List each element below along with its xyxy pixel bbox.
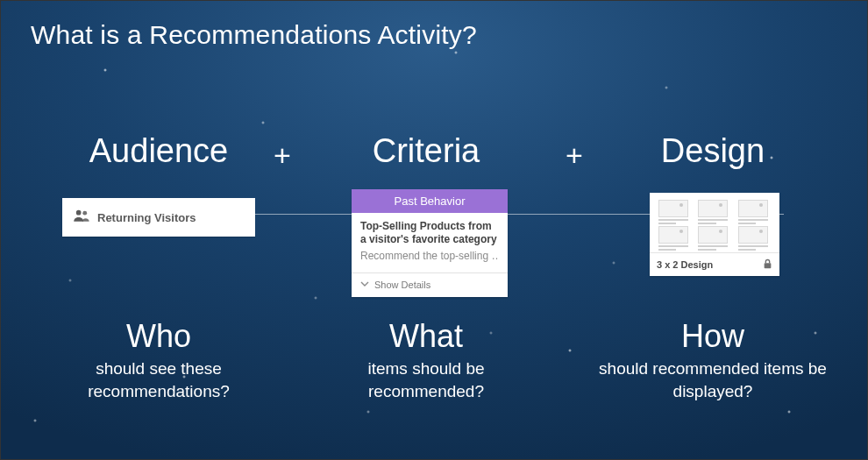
- plus-2: +: [566, 138, 583, 173]
- qa-audience-small: should see these recommendations?: [40, 357, 277, 402]
- heading-design: Design: [599, 132, 827, 170]
- heading-audience: Audience: [45, 132, 273, 170]
- plus-1: +: [274, 138, 291, 173]
- lock-icon: [763, 258, 772, 271]
- audience-label: Returning Visitors: [97, 211, 196, 224]
- heading-criteria: Criteria: [312, 132, 540, 170]
- design-thumbnail: [658, 226, 688, 247]
- design-thumbnail: [738, 226, 768, 247]
- qa-audience: Who should see these recommendations?: [40, 321, 277, 402]
- qa-audience-big: Who: [40, 321, 277, 352]
- svg-point-0: [76, 210, 82, 216]
- design-caption: 3 x 2 Design: [657, 259, 713, 270]
- show-details-toggle[interactable]: Show Details: [352, 272, 508, 297]
- criteria-category-bar: Past Behavior: [352, 189, 508, 213]
- qa-criteria: What items should be recommended?: [308, 321, 544, 402]
- svg-rect-2: [765, 263, 772, 268]
- qa-design: How should recommended items be displaye…: [594, 321, 831, 402]
- design-thumbnail-grid: [650, 193, 779, 252]
- chevron-down-icon: [360, 279, 369, 289]
- qa-design-big: How: [594, 321, 831, 352]
- design-thumbnail: [698, 200, 728, 221]
- design-thumbnail: [658, 200, 688, 221]
- people-icon: [73, 209, 90, 226]
- svg-point-1: [82, 211, 87, 216]
- qa-criteria-big: What: [308, 321, 544, 352]
- criteria-title: Top-Selling Products from a visitor's fa…: [360, 220, 499, 246]
- design-thumbnail: [698, 226, 728, 247]
- page-title: What is a Recommendations Activity?: [31, 20, 477, 50]
- design-card[interactable]: 3 x 2 Design: [650, 193, 779, 276]
- criteria-description: Recommend the top-selling …: [360, 250, 499, 262]
- show-details-label: Show Details: [374, 280, 430, 290]
- criteria-card[interactable]: Past Behavior Top-Selling Products from …: [352, 189, 508, 297]
- design-thumbnail: [738, 200, 768, 221]
- qa-criteria-small: items should be recommended?: [308, 357, 544, 402]
- audience-card[interactable]: Returning Visitors: [62, 198, 255, 237]
- qa-design-small: should recommended items be displayed?: [594, 357, 831, 402]
